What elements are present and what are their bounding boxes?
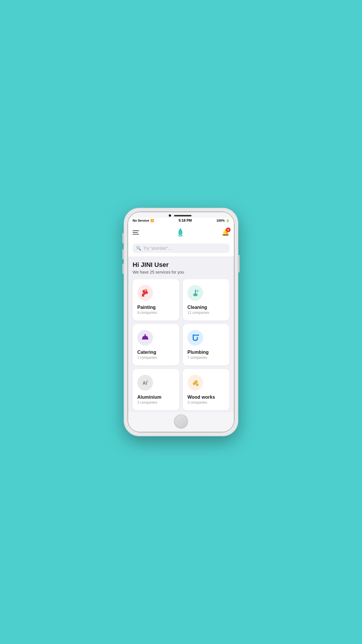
svg-point-2 xyxy=(179,235,182,237)
painting-icon xyxy=(141,288,150,297)
svg-point-10 xyxy=(196,290,198,292)
phone-frame: No Service 📶 5:18 PM 100% 🔋 xyxy=(124,208,238,436)
phone-screen: No Service 📶 5:18 PM 100% 🔋 xyxy=(128,212,234,432)
status-bar: No Service 📶 5:18 PM 100% 🔋 xyxy=(128,218,234,224)
cleaning-count: 12 companies xyxy=(187,311,209,315)
service-card-painting[interactable]: Painting 9 companies xyxy=(133,279,179,321)
woodworks-name: Wood works xyxy=(187,395,215,400)
plumbing-count: 7 companies xyxy=(187,356,207,360)
service-card-plumbing[interactable]: Plumbing 7 companies xyxy=(183,324,229,365)
notification-button[interactable]: 🔔 0 xyxy=(222,229,229,236)
menu-line-2 xyxy=(133,232,138,233)
services-grid: Painting 9 companies xyxy=(128,277,234,412)
wifi-icon: 📶 xyxy=(150,219,154,222)
cleaning-icon-circle xyxy=(187,285,203,301)
svg-point-11 xyxy=(198,290,199,291)
phone-notch xyxy=(128,212,234,218)
svg-point-6 xyxy=(142,294,144,296)
service-card-woodworks[interactable]: Wood works 3 companies xyxy=(183,369,229,410)
svg-point-15 xyxy=(145,334,146,336)
painting-count: 9 companies xyxy=(137,311,157,315)
catering-icon xyxy=(141,333,150,342)
aluminium-count: 3 companies xyxy=(137,400,157,405)
woodworks-icon-circle xyxy=(187,375,203,391)
painting-name: Painting xyxy=(137,305,156,310)
app-screen: 🔔 0 🔍 Try "plumber"... Hi JINI User We h… xyxy=(128,224,234,412)
app-logo xyxy=(175,227,186,238)
app-header: 🔔 0 xyxy=(128,224,234,241)
plumbing-icon-circle xyxy=(187,330,203,346)
menu-line-1 xyxy=(133,230,139,231)
svg-rect-16 xyxy=(195,335,196,336)
svg-text:AI: AI xyxy=(143,381,147,386)
camera-dot xyxy=(169,214,171,217)
service-card-cleaning[interactable]: Cleaning 12 companies xyxy=(183,279,229,321)
menu-button[interactable] xyxy=(133,230,139,235)
flame-logo-icon xyxy=(175,227,186,238)
painting-icon-circle xyxy=(137,285,153,301)
search-container: 🔍 Try "plumber"... xyxy=(128,241,234,256)
service-card-catering[interactable]: Catering 1 companies xyxy=(133,324,179,365)
battery-percentage: 100% xyxy=(217,219,225,222)
catering-count: 1 companies xyxy=(137,356,157,360)
woodworks-count: 3 companies xyxy=(187,400,207,405)
home-button[interactable] xyxy=(174,414,188,428)
search-icon: 🔍 xyxy=(136,246,141,251)
cleaning-icon xyxy=(191,288,200,297)
greeting-subtitle: We have 25 services for you xyxy=(133,270,229,274)
plumbing-name: Plumbing xyxy=(187,350,209,355)
aluminium-name: Aluminium xyxy=(137,395,161,400)
battery-icon: 🔋 xyxy=(226,219,229,222)
catering-name: Catering xyxy=(137,350,156,355)
svg-point-18 xyxy=(147,380,148,382)
svg-rect-13 xyxy=(142,339,148,340)
phone-bottom xyxy=(128,412,234,432)
catering-icon-circle xyxy=(137,330,153,346)
speaker xyxy=(174,215,191,216)
search-bar[interactable]: 🔍 Try "plumber"... xyxy=(133,244,229,253)
woodworks-icon xyxy=(191,378,200,387)
greeting-section: Hi JINI User We have 25 services for you xyxy=(128,256,234,277)
aluminium-icon-circle: AI xyxy=(137,375,153,391)
search-placeholder: Try "plumber"... xyxy=(143,246,171,251)
menu-line-3 xyxy=(133,234,139,235)
service-card-aluminium[interactable]: AI Aluminium 3 companies xyxy=(133,369,179,410)
cleaning-name: Cleaning xyxy=(187,305,207,310)
greeting-title: Hi JINI User xyxy=(133,261,229,269)
svg-rect-21 xyxy=(196,384,198,386)
status-time: 5:18 PM xyxy=(179,218,192,223)
plumbing-icon xyxy=(191,333,200,342)
status-signal: No Service 📶 xyxy=(133,219,154,222)
signal-text: No Service xyxy=(133,219,149,222)
svg-point-9 xyxy=(194,293,197,296)
svg-point-12 xyxy=(196,290,197,291)
aluminium-icon: AI xyxy=(141,378,150,387)
status-battery: 100% 🔋 xyxy=(217,219,229,222)
notification-badge: 0 xyxy=(226,228,231,232)
